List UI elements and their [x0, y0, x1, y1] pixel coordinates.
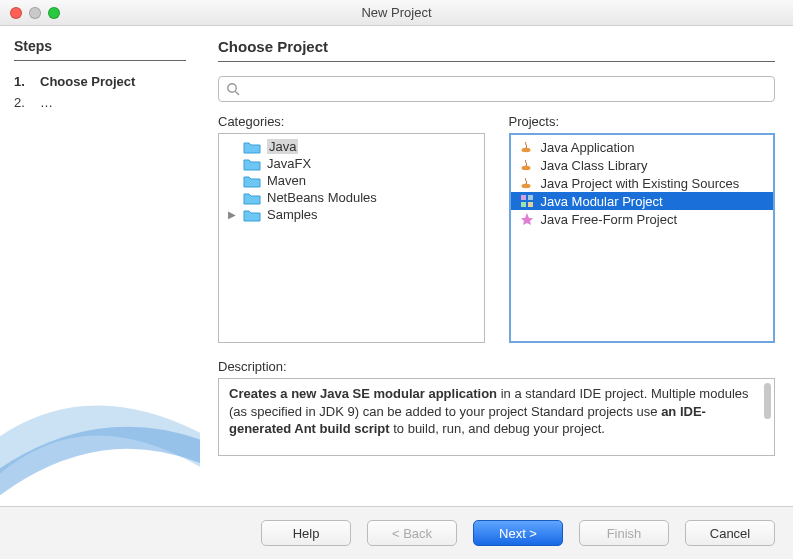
main-area: Steps 1. Choose Project 2. … Choose Proj…: [0, 26, 793, 506]
svg-point-2: [521, 148, 530, 152]
svg-rect-5: [521, 195, 526, 200]
project-item-java-application[interactable]: Java Application: [511, 138, 774, 156]
project-item-freeform[interactable]: Java Free-Form Project: [511, 210, 774, 228]
coffee-icon: [519, 175, 535, 191]
svg-rect-8: [528, 202, 533, 207]
window-title: New Project: [0, 5, 793, 20]
category-item-maven[interactable]: Maven: [219, 172, 484, 189]
scrollbar[interactable]: [764, 383, 771, 419]
description-label: Description:: [218, 359, 775, 374]
category-item-samples[interactable]: ▶ Samples: [219, 206, 484, 223]
category-item-java[interactable]: Java: [219, 138, 484, 155]
svg-point-4: [521, 184, 530, 188]
category-label: NetBeans Modules: [267, 190, 377, 205]
description-box: Creates a new Java SE modular applicatio…: [218, 378, 775, 456]
panes: Categories: Java JavaFX: [218, 114, 775, 343]
step-number: 1.: [14, 74, 30, 89]
button-bar: Help < Back Next > Finish Cancel: [0, 506, 793, 559]
step-2: 2. …: [14, 92, 186, 113]
step-1: 1. Choose Project: [14, 71, 186, 92]
category-label: JavaFX: [267, 156, 311, 171]
chevron-right-icon[interactable]: ▶: [227, 209, 237, 220]
coffee-icon: [519, 139, 535, 155]
next-button[interactable]: Next >: [473, 520, 563, 546]
project-item-modular[interactable]: Java Modular Project: [511, 192, 774, 210]
category-label: Java: [267, 139, 298, 154]
projects-pane: Projects: Java Application Java Class Li…: [509, 114, 776, 343]
category-label: Samples: [267, 207, 318, 222]
category-item-netbeans[interactable]: NetBeans Modules: [219, 189, 484, 206]
svg-point-0: [228, 84, 236, 92]
search-wrap: [218, 76, 775, 102]
decorative-swoosh: [0, 346, 200, 506]
folder-icon: [243, 191, 261, 205]
help-button[interactable]: Help: [261, 520, 351, 546]
category-item-javafx[interactable]: JavaFX: [219, 155, 484, 172]
projects-list[interactable]: Java Application Java Class Library Java…: [509, 133, 776, 343]
svg-line-1: [235, 91, 239, 95]
project-label: Java Modular Project: [541, 194, 663, 209]
svg-rect-7: [521, 202, 526, 207]
finish-button[interactable]: Finish: [579, 520, 669, 546]
folder-icon: [243, 174, 261, 188]
svg-point-3: [521, 166, 530, 170]
search-icon: [226, 82, 240, 99]
project-item-existing-sources[interactable]: Java Project with Existing Sources: [511, 174, 774, 192]
coffee-icon: [519, 157, 535, 173]
category-label: Maven: [267, 173, 306, 188]
description-text: Creates a new Java SE modular applicatio…: [229, 386, 749, 436]
project-item-class-library[interactable]: Java Class Library: [511, 156, 774, 174]
back-button[interactable]: < Back: [367, 520, 457, 546]
categories-pane: Categories: Java JavaFX: [218, 114, 485, 343]
steps-panel: Steps 1. Choose Project 2. …: [0, 26, 200, 506]
step-number: 2.: [14, 95, 30, 110]
projects-label: Projects:: [509, 114, 776, 129]
step-label: …: [40, 95, 53, 110]
svg-rect-6: [528, 195, 533, 200]
project-label: Java Project with Existing Sources: [541, 176, 740, 191]
project-label: Java Free-Form Project: [541, 212, 678, 227]
folder-icon: [243, 140, 261, 154]
project-label: Java Application: [541, 140, 635, 155]
folder-icon: [243, 157, 261, 171]
step-label: Choose Project: [40, 74, 135, 89]
module-icon: [519, 193, 535, 209]
content-panel: Choose Project Categories: Java: [200, 26, 793, 506]
steps-heading: Steps: [14, 38, 186, 61]
page-title: Choose Project: [218, 38, 775, 62]
categories-label: Categories:: [218, 114, 485, 129]
folder-icon: [243, 208, 261, 222]
titlebar: New Project: [0, 0, 793, 26]
project-label: Java Class Library: [541, 158, 648, 173]
svg-marker-9: [521, 213, 533, 225]
cancel-button[interactable]: Cancel: [685, 520, 775, 546]
search-input[interactable]: [218, 76, 775, 102]
categories-list[interactable]: Java JavaFX Maven Ne: [218, 133, 485, 343]
freeform-icon: [519, 211, 535, 227]
